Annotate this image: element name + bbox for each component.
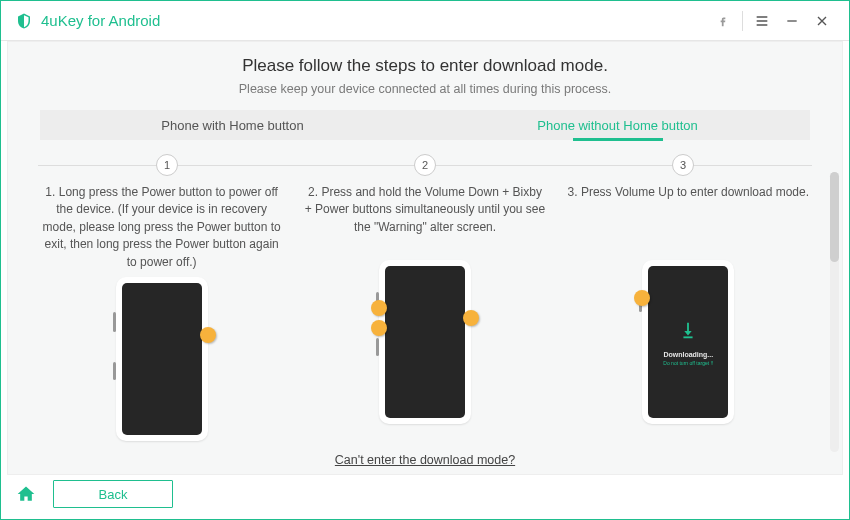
- help-link[interactable]: Can't enter the download mode?: [38, 453, 812, 467]
- back-button-label: Back: [99, 487, 128, 502]
- step-badge-1: 1: [156, 154, 178, 176]
- tab-label: Phone with Home button: [161, 118, 303, 133]
- phone-illustration-2: [379, 260, 471, 424]
- home-button[interactable]: [13, 481, 39, 507]
- app-title: 4uKey for Android: [41, 12, 160, 29]
- svg-rect-0: [684, 336, 693, 338]
- tab-with-home[interactable]: Phone with Home button: [40, 110, 425, 140]
- press-indicator-icon: [463, 310, 479, 326]
- step-2: 2. Press and hold the Volume Down + Bixb…: [301, 184, 548, 441]
- press-indicator-icon: [371, 300, 387, 316]
- scrollbar-thumb[interactable]: [830, 172, 839, 262]
- page-headline: Please follow the steps to enter downloa…: [38, 56, 812, 76]
- steps-columns: 1. Long press the Power button to power …: [38, 184, 812, 441]
- step-badge-3: 3: [672, 154, 694, 176]
- phone-side-button: [113, 362, 116, 380]
- menu-icon[interactable]: [747, 6, 777, 36]
- download-arrow-icon: [677, 319, 699, 345]
- step-indicator-row: 1 2 3: [38, 154, 812, 176]
- step-1: 1. Long press the Power button to power …: [38, 184, 285, 441]
- step-3: 3. Press Volume Up to enter download mod…: [565, 184, 812, 441]
- facebook-icon[interactable]: [708, 6, 738, 36]
- press-indicator-icon: [200, 327, 216, 343]
- minimize-button[interactable]: [777, 6, 807, 36]
- phone-side-button: [113, 312, 116, 332]
- close-button[interactable]: [807, 6, 837, 36]
- page-subhead: Please keep your device connected at all…: [38, 82, 812, 96]
- tab-label: Phone without Home button: [537, 118, 697, 133]
- main-content: Please follow the steps to enter downloa…: [7, 41, 843, 475]
- title-bar: 4uKey for Android: [1, 1, 849, 41]
- step-badge-2: 2: [414, 154, 436, 176]
- step-3-text: 3. Press Volume Up to enter download mod…: [566, 184, 811, 254]
- download-warning: Do not turn off target !!: [663, 360, 713, 366]
- phone-illustration-1: [116, 277, 208, 441]
- footer-bar: Back: [1, 475, 849, 513]
- back-button[interactable]: Back: [53, 480, 173, 508]
- app-logo-icon: [15, 12, 33, 30]
- download-status: Downloading...: [663, 351, 713, 358]
- scrollbar[interactable]: [830, 172, 839, 452]
- phone-illustration-3: Downloading... Do not turn off target !!: [642, 260, 734, 424]
- step-2-text: 2. Press and hold the Volume Down + Bixb…: [301, 184, 548, 254]
- device-type-tabs: Phone with Home button Phone without Hom…: [40, 110, 810, 140]
- titlebar-divider: [742, 11, 743, 31]
- tab-without-home[interactable]: Phone without Home button: [425, 110, 810, 140]
- step-1-text: 1. Long press the Power button to power …: [38, 184, 285, 271]
- phone-side-button: [376, 338, 379, 356]
- press-indicator-icon: [371, 320, 387, 336]
